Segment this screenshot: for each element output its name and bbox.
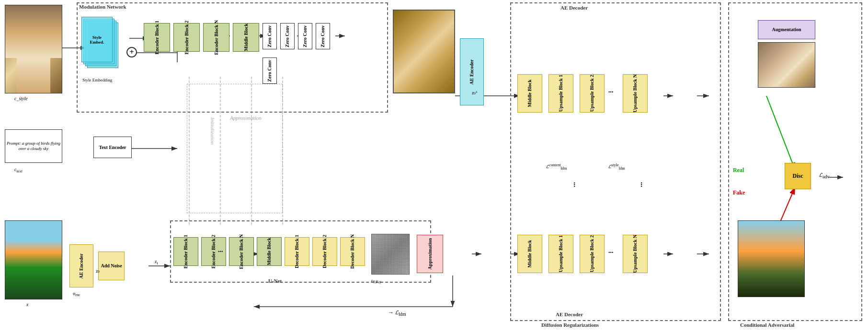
L-ldm-content-label: 𝓛contentldm	[546, 163, 567, 171]
x-label: x	[26, 302, 28, 307]
L-ldm-style-label: 𝓛styleldm	[608, 163, 625, 171]
unet-dec1: Decoder Block 1	[285, 237, 309, 266]
zero-conv-4: Zero Conv	[316, 23, 330, 49]
fake-image	[738, 220, 805, 297]
unet-dec2: Decoder Block 2	[312, 237, 337, 266]
add-noise: Add Noise	[98, 252, 125, 280]
style-embedding-label: Style Embedding	[82, 78, 112, 82]
ae-encoder-left: AE Encoder	[69, 244, 93, 287]
unet-enc1: Encoder Block 1	[173, 237, 198, 266]
z0-label: z₀	[96, 268, 100, 274]
zero-conv-1-label: Zero Conv	[267, 25, 273, 47]
unet-mid-label: Middle Block	[266, 238, 272, 265]
ae-dec-top-up1: Upsample Block 1	[548, 74, 573, 113]
zero-conv-2-label: Zero Conv	[285, 25, 290, 47]
ae-dec-bot-up2-label: Upsample Block 2	[589, 235, 595, 272]
mod-encoder-block1: Encoder Block 1	[144, 23, 170, 52]
zero-conv-1: Zero Conv	[263, 23, 277, 49]
add-noise-label: Add Noise	[101, 263, 122, 269]
prompt-text: Prompt: a group of birds flying over a c…	[6, 141, 61, 151]
phi-enc-label: φenc	[73, 291, 80, 297]
dots-ae-bot: ···	[608, 249, 614, 257]
style-embedding-stack: StyleEmbed.	[81, 17, 120, 74]
zero-conv-4-label: Zero Conv	[320, 25, 326, 47]
init-label-vert: Initialization	[210, 117, 216, 145]
dots-ae-top: ···	[608, 89, 614, 96]
mod-encoder-block2: Encoder Block 2	[173, 23, 200, 52]
unet-mid: Middle Block	[257, 237, 282, 266]
text-encoder: Text Encoder	[93, 137, 132, 158]
disc-box: Disc	[785, 163, 811, 189]
zero-conv-3-label: Zero Conv	[302, 25, 308, 47]
modulation-network-label: Modulation Network	[79, 4, 126, 10]
ae-dec-top-upN: Upsample Block N	[623, 74, 648, 113]
z0s-label: z₀ˢ	[472, 90, 478, 95]
c-style-label: c_style	[14, 96, 28, 101]
augmentation-label: Augmentation	[772, 27, 801, 33]
style-image-right-container	[393, 10, 455, 93]
dots-middle-vert: ···	[570, 182, 578, 187]
disc-label: Disc	[793, 172, 803, 179]
unet-label: U-Net	[268, 278, 282, 284]
approx-label: Approximation	[427, 238, 433, 269]
diffusion-reg-label: Diffusion Regularizations	[541, 322, 599, 328]
mod-mid-label: Middle Block	[243, 23, 249, 51]
ae-dec-top-up1-label: Upsample Block 1	[558, 75, 564, 112]
mod-encoder-blockN: Encoder Block N	[203, 23, 229, 52]
ae-enc-left-label: AE Encoder	[79, 253, 84, 279]
ae-dec-bot-mid: Middle Block	[517, 235, 542, 273]
unet-dec1-label: Decoder Block 1	[294, 235, 300, 268]
ae-dec-top-mid: Middle Block	[517, 74, 542, 113]
text-encoder-label: Text Encoder	[99, 145, 126, 150]
ae-dec-bot-upN: Upsample Block N	[623, 235, 648, 273]
ae-dec-top-up2: Upsample Block 2	[580, 74, 605, 113]
mod-enc1-label: Encoder Block 1	[154, 21, 160, 54]
unet-encN: Encoder Block N	[229, 237, 254, 266]
unet-enc1-label: Encoder Block 1	[183, 235, 189, 268]
zero-conv-3: Zero Conv	[298, 23, 312, 49]
real-label: Real	[733, 167, 744, 174]
noise-box	[371, 234, 410, 275]
ae-dec-top-upN-label: Upsample Block N	[632, 74, 638, 112]
plus-circle: +	[126, 47, 137, 57]
ae-dec-bot-mid-label: Middle Block	[527, 240, 533, 268]
unet-decN: Decoder Block N	[340, 237, 365, 266]
c-text-label: ctext	[14, 167, 22, 173]
dots-middle-vert2: ···	[637, 182, 645, 187]
zero-conv-2: Zero Conv	[280, 23, 295, 49]
fake-label: Fake	[733, 189, 745, 196]
epsilon-label: εθ,θ',ψ	[371, 278, 381, 284]
ae-decoder-top-title: AE Decoder	[560, 5, 588, 11]
aug-image	[758, 42, 815, 88]
ae-dec-bot-upN-label: Upsample Block N	[632, 235, 638, 273]
initialization-region	[187, 84, 283, 213]
L-adv-label: 𝓛adv	[819, 172, 829, 179]
initialization-label: Approximation	[230, 115, 262, 121]
zero-conv-5-label: Zero Conv	[267, 60, 273, 82]
ae-dec-top-up2-label: Upsample Block 2	[589, 75, 595, 112]
unet-enc2-label: Encoder Block 2	[211, 235, 217, 268]
content-image-x	[5, 220, 62, 299]
zero-conv-5: Zero Conv	[263, 57, 277, 84]
mod-middle-block: Middle Block	[233, 23, 259, 52]
ae-enc-right-label: AE Encoder	[469, 59, 475, 85]
ae-encoder-right: AE Encoder	[460, 38, 484, 105]
diagram-container: c_style Prompt: a group of birds flying …	[0, 0, 868, 333]
unet-decN-label: Decoder Block N	[350, 234, 355, 269]
unet-dec2-label: Decoder Block 2	[322, 235, 328, 268]
diffusion-reg-region	[510, 2, 721, 321]
ae-dec-top-mid-label: Middle Block	[527, 80, 533, 107]
ae-dec-bot-up2: Upsample Block 2	[580, 235, 605, 273]
ae-dec-bot-up1-label: Upsample Block 1	[558, 235, 564, 272]
ae-dec-bot-up1: Upsample Block 1	[548, 235, 573, 273]
ae-decoder-bot-title: AE Decoder	[556, 311, 583, 317]
L-ldm-label: → 𝓛ldm	[388, 309, 406, 317]
prompt-box: Prompt: a group of birds flying over a c…	[5, 129, 62, 163]
cond-adv-label: Conditional Adversarial	[740, 322, 794, 328]
mod-encN-label: Encoder Block N	[214, 20, 219, 55]
mod-enc2-label: Encoder Block 2	[184, 21, 190, 54]
zt-label: zt	[155, 259, 158, 265]
unet-encN-label: Encoder Block N	[239, 234, 244, 269]
style-image	[5, 5, 62, 93]
dots-unet: ···	[218, 248, 223, 256]
